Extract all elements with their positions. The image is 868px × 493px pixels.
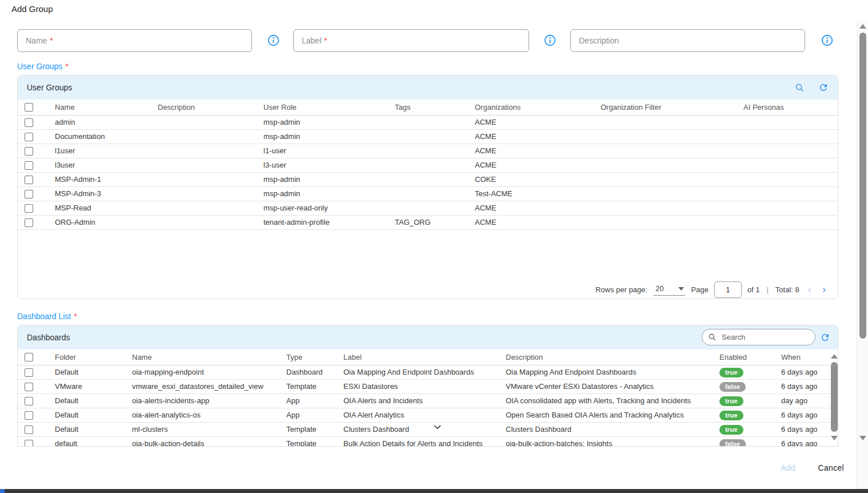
cell-type: Template	[286, 437, 343, 447]
cell-label: Bulk Action Details for Alerts and Incid…	[343, 437, 506, 447]
cell-description: VMware vCenter ESXi Datastores - Analyti…	[506, 380, 719, 393]
refresh-icon[interactable]	[818, 82, 829, 93]
scroll-down-icon[interactable]	[831, 436, 838, 440]
table-row: Documentationmsp-adminACME	[18, 130, 838, 144]
column-header: Tags	[395, 101, 475, 114]
cell-user-role: msp-admin	[263, 187, 395, 201]
cell-enabled: true	[719, 365, 781, 379]
row-checkbox-cell	[18, 204, 55, 213]
table-row: MSP-Readmsp-user-read-onlyACME	[18, 201, 838, 216]
column-header: When	[781, 351, 830, 364]
cell-organizations: ACME	[475, 158, 601, 172]
row-checkbox[interactable]	[25, 147, 33, 156]
label-input[interactable]	[293, 29, 529, 52]
cell-name: ml-clusters	[132, 423, 286, 436]
row-checkbox-cell	[18, 218, 55, 227]
select-all-checkbox[interactable]	[25, 103, 33, 112]
label-info-icon[interactable]	[544, 34, 556, 46]
name-info-icon[interactable]	[267, 34, 279, 46]
cell-user-role: l3-user	[263, 158, 395, 172]
header-checkbox-cell	[18, 103, 55, 112]
table-row: defaultoia-bulk-action-detailsTemplateBu…	[18, 437, 830, 447]
prev-page-icon[interactable]: ‹	[805, 284, 814, 295]
description-field-wrap	[570, 29, 805, 52]
cell-user-role: msp-user-read-only	[263, 201, 395, 215]
column-header: Label	[343, 351, 506, 364]
select-all-checkbox[interactable]	[25, 353, 33, 361]
rows-per-page-select[interactable]: 20	[653, 283, 685, 296]
row-checkbox[interactable]	[25, 426, 33, 434]
cell-name: l3user	[55, 158, 158, 172]
row-checkbox[interactable]	[25, 204, 33, 213]
column-header: User Role	[263, 101, 395, 114]
scroll-up-icon[interactable]	[859, 24, 866, 29]
row-checkbox[interactable]	[25, 440, 33, 447]
chevron-down-icon[interactable]	[433, 422, 442, 434]
total-label: Total: 8	[775, 285, 799, 294]
page-number-input[interactable]	[714, 281, 742, 298]
page-of-label: of 1	[747, 285, 760, 294]
scrollbar-thumb[interactable]	[859, 33, 866, 339]
dashboards-search-input[interactable]	[721, 332, 823, 342]
cell-when: 6 days ago	[781, 437, 830, 447]
table-row: l3userl3-userACME	[18, 158, 838, 173]
cell-when: 6 days ago	[781, 423, 830, 436]
row-checkbox[interactable]	[25, 368, 33, 377]
row-checkbox[interactable]	[25, 411, 33, 420]
row-checkbox[interactable]	[25, 161, 33, 170]
column-header: Organization Filter	[601, 101, 743, 114]
refresh-icon[interactable]	[820, 332, 830, 343]
dashboard-list-section-label: Dashboard List*	[17, 312, 77, 321]
dashboards-scrollbar[interactable]	[830, 351, 838, 447]
cell-enabled: false	[719, 380, 781, 393]
table-row: l1userl1-userACME	[18, 144, 838, 158]
next-page-icon[interactable]: ›	[819, 284, 829, 295]
enabled-pill: false	[719, 382, 746, 392]
search-icon[interactable]	[795, 83, 805, 93]
row-checkbox-cell	[18, 368, 55, 377]
description-input[interactable]	[570, 29, 805, 52]
column-header: AI Personas	[743, 101, 838, 114]
name-input[interactable]	[17, 29, 252, 52]
row-checkbox[interactable]	[25, 118, 33, 127]
row-checkbox[interactable]	[25, 397, 33, 405]
caret-down-icon	[678, 287, 684, 291]
row-checkbox[interactable]	[25, 190, 33, 198]
cell-when: 6 days ago	[781, 365, 830, 379]
user-groups-panel-header: User Groups	[18, 75, 838, 100]
page-scrollbar[interactable]	[857, 21, 868, 489]
cell-label: OIA Alert Analytics	[343, 408, 506, 422]
cell-when: 6 days ago	[781, 380, 830, 393]
row-checkbox[interactable]	[25, 133, 33, 141]
cell-name: MSP-Read	[55, 201, 158, 215]
cell-user-role: msp-admin	[263, 116, 395, 129]
scroll-down-icon[interactable]	[859, 436, 866, 440]
description-info-icon[interactable]	[821, 34, 833, 46]
cell-type: App	[286, 394, 343, 408]
scroll-up-icon[interactable]	[831, 354, 838, 359]
cell-folder: VMware	[55, 380, 132, 393]
column-header: Name	[132, 351, 286, 364]
cell-type: Template	[286, 423, 343, 436]
cell-organizations: Test-ACME	[475, 187, 601, 201]
enabled-pill: false	[719, 439, 746, 447]
row-checkbox-cell	[18, 118, 55, 127]
scrollbar-thumb[interactable]	[831, 362, 838, 432]
row-checkbox-cell	[18, 397, 55, 405]
label-field-wrap: Label*	[293, 29, 529, 52]
enabled-pill: true	[719, 411, 743, 420]
row-checkbox[interactable]	[25, 218, 33, 227]
cell-name: l1user	[55, 144, 158, 158]
search-icon	[708, 333, 717, 341]
row-checkbox[interactable]	[25, 383, 33, 391]
cell-folder: Default	[55, 365, 132, 379]
row-checkbox[interactable]	[25, 176, 33, 184]
cell-organizations: ACME	[475, 116, 601, 129]
add-button[interactable]: Add	[777, 463, 799, 473]
rows-per-page-label: Rows per page:	[595, 285, 647, 294]
cell-label: Clusters Dashboard	[343, 423, 506, 436]
cell-when: 6 days ago	[781, 408, 830, 422]
cell-user-role: l1-user	[263, 144, 395, 158]
cancel-button[interactable]: Cancel	[815, 463, 847, 473]
cell-name: MSP-Admin-3	[55, 187, 158, 201]
